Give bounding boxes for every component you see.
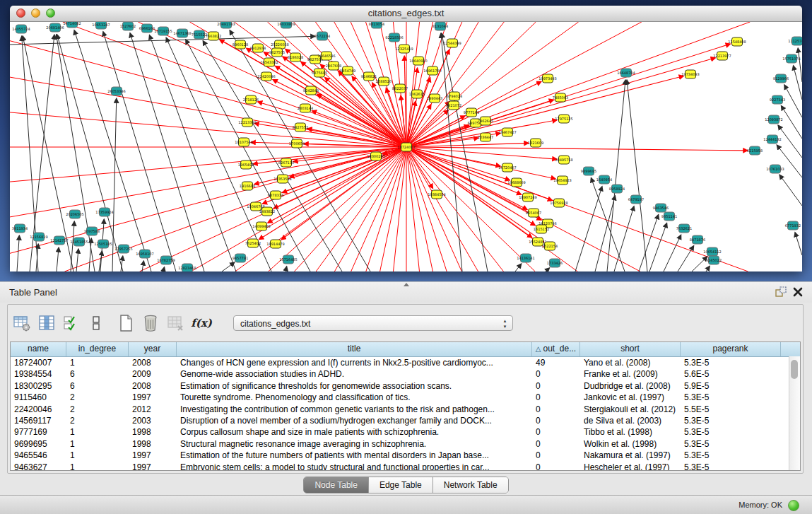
- merge-rows-button[interactable]: [86, 313, 107, 334]
- graph-node[interactable]: 1965492: [238, 160, 254, 169]
- column-header-out-de-[interactable]: △out_de...: [532, 342, 580, 356]
- graph-node[interactable]: 1700654: [289, 139, 305, 148]
- table-cell[interactable]: 0: [532, 450, 580, 461]
- table-cell[interactable]: de Silva et al. (2003): [580, 415, 681, 426]
- graph-node[interactable]: 92218506: [385, 33, 403, 42]
- graph-node[interactable]: 3097588: [84, 227, 100, 235]
- table-cell[interactable]: Tourette syndrome. Phenomenology and cla…: [177, 392, 532, 403]
- graph-node[interactable]: 20691406: [46, 23, 64, 32]
- table-cell[interactable]: 5.3E-5: [681, 426, 781, 438]
- memory-status-indicator[interactable]: [788, 500, 799, 511]
- graph-node[interactable]: 8958924: [609, 185, 625, 193]
- graph-node[interactable]: 1527602: [120, 22, 136, 30]
- table-cell[interactable]: 5.3E-5: [681, 450, 781, 461]
- graph-node[interactable]: 9242848: [303, 86, 319, 95]
- table-settings-button[interactable]: [11, 313, 33, 334]
- table-cell[interactable]: 5.9E-5: [681, 380, 781, 392]
- table-row[interactable]: 1872400712008Changes of HCN gene express…: [11, 357, 800, 368]
- table-row[interactable]: 1456911722003Disruption of a novel membe…: [11, 415, 800, 426]
- table-cell[interactable]: Jankovic et al. (1997): [580, 392, 681, 403]
- table-cell[interactable]: 1: [66, 438, 129, 450]
- graph-node[interactable]: 1321609: [528, 139, 543, 147]
- table-cell[interactable]: 1997: [129, 392, 177, 403]
- graph-node[interactable]: 2522154: [542, 242, 558, 250]
- table-cell[interactable]: 22420046: [11, 404, 66, 415]
- table-cell[interactable]: 1: [66, 357, 129, 368]
- graph-node[interactable]: 8912934: [250, 44, 266, 52]
- graph-node[interactable]: 2867608: [326, 62, 341, 70]
- graph-node[interactable]: 12325419: [395, 45, 413, 53]
- table-cell[interactable]: 2: [66, 415, 129, 426]
- graph-node[interactable]: 12156819: [30, 233, 47, 241]
- graph-node[interactable]: 9351141: [661, 212, 677, 221]
- close-panel-button[interactable]: [791, 286, 805, 300]
- graph-node[interactable]: 9245022: [706, 256, 722, 264]
- graph-node[interactable]: 10654112: [703, 247, 721, 256]
- table-cell[interactable]: 0: [532, 392, 580, 403]
- graph-node[interactable]: 12505185: [94, 240, 112, 248]
- show-columns-button[interactable]: [36, 313, 57, 334]
- minimize-window-button[interactable]: [31, 8, 40, 18]
- graph-node[interactable]: 25226058: [271, 40, 288, 49]
- graph-node[interactable]: 9227343: [770, 95, 785, 104]
- tab-network-table[interactable]: Network Table: [433, 477, 508, 493]
- graph-node[interactable]: 8267130: [278, 158, 294, 167]
- graph-node[interactable]: 26053346: [107, 87, 125, 95]
- graph-node[interactable]: 15751074: [782, 54, 800, 63]
- graph-node[interactable]: 2718126: [243, 95, 259, 104]
- table-cell[interactable]: 5.3E-5: [681, 415, 781, 426]
- table-row[interactable]: 2242004622012Investigating the contribut…: [11, 404, 800, 415]
- graph-node[interactable]: 8186328: [288, 53, 303, 62]
- function-builder-button[interactable]: f(x): [189, 313, 213, 334]
- table-cell[interactable]: 2008: [129, 357, 177, 368]
- graph-node[interactable]: 2036447: [478, 133, 493, 141]
- graph-node[interactable]: 12544399: [443, 39, 461, 47]
- table-cell[interactable]: Tibbo et al. (1998): [580, 426, 681, 438]
- graph-node[interactable]: 14099489: [252, 222, 270, 230]
- graph-node[interactable]: 10467427: [498, 128, 516, 136]
- graph-node[interactable]: 3911934: [12, 224, 28, 233]
- table-cell[interactable]: 0: [532, 415, 580, 426]
- graph-node[interactable]: 6966160: [139, 24, 155, 33]
- graph-node[interactable]: 6479197: [628, 195, 644, 204]
- graph-node[interactable]: 9827505: [269, 48, 285, 57]
- table-cell[interactable]: Changes of HCN gene expression and I(f) …: [177, 357, 532, 368]
- table-cell[interactable]: Stergiakouli et al. (2012): [580, 404, 681, 415]
- graph-node[interactable]: 12142757: [50, 236, 68, 245]
- graph-node[interactable]: 14136141: [517, 254, 534, 262]
- table-cell[interactable]: Wolkin et al. (1998): [580, 438, 681, 450]
- graph-node[interactable]: 9129966: [773, 74, 789, 83]
- table-selector[interactable]: citations_edges.txt ▲▼: [233, 315, 513, 331]
- table-row[interactable]: 969969511998Structural magnetic resonanc…: [11, 438, 800, 450]
- float-panel-button[interactable]: [774, 286, 788, 300]
- table-cell[interactable]: Yano et al. (2008): [580, 357, 681, 368]
- table-cell[interactable]: 5.3E-5: [681, 462, 781, 471]
- table-cell[interactable]: 9463627: [11, 462, 66, 471]
- table-cell[interactable]: 0: [532, 462, 580, 471]
- graph-node[interactable]: 1733426: [547, 259, 563, 267]
- select-rows-button[interactable]: [61, 313, 82, 334]
- table-cell[interactable]: 9777169: [11, 426, 66, 438]
- graph-node[interactable]: 17359924: [95, 208, 113, 216]
- network-canvas[interactable]: 7663822896012889129342522605898275051654…: [10, 22, 802, 271]
- tab-node-table[interactable]: Node Table: [304, 477, 369, 493]
- table-cell[interactable]: 1997: [129, 450, 177, 461]
- graph-node[interactable]: 9457791: [233, 254, 248, 262]
- graph-node[interactable]: 7625402: [245, 239, 261, 247]
- table-cell[interactable]: 2009: [129, 368, 177, 380]
- graph-node[interactable]: 10761033: [766, 165, 784, 173]
- graph-node[interactable]: 1362615: [409, 90, 425, 98]
- table-row[interactable]: 1830029562008Estimation of significance …: [11, 380, 800, 392]
- graph-node[interactable]: 15720407: [498, 163, 516, 172]
- table-cell[interactable]: 2003: [129, 415, 177, 426]
- graph-node[interactable]: 8471876: [690, 235, 705, 244]
- graph-node[interactable]: 20491743: [217, 22, 235, 28]
- new-table-button[interactable]: [115, 313, 136, 334]
- table-cell[interactable]: 2008: [129, 380, 177, 392]
- graph-node[interactable]: 10653247: [92, 22, 110, 29]
- graph-node[interactable]: 1640954: [596, 175, 612, 184]
- column-header-pagerank[interactable]: pagerank: [681, 342, 781, 356]
- column-header-name[interactable]: name: [11, 342, 66, 356]
- graph-node[interactable]: 7485063: [553, 93, 568, 102]
- graph-node[interactable]: 22420046: [257, 72, 275, 81]
